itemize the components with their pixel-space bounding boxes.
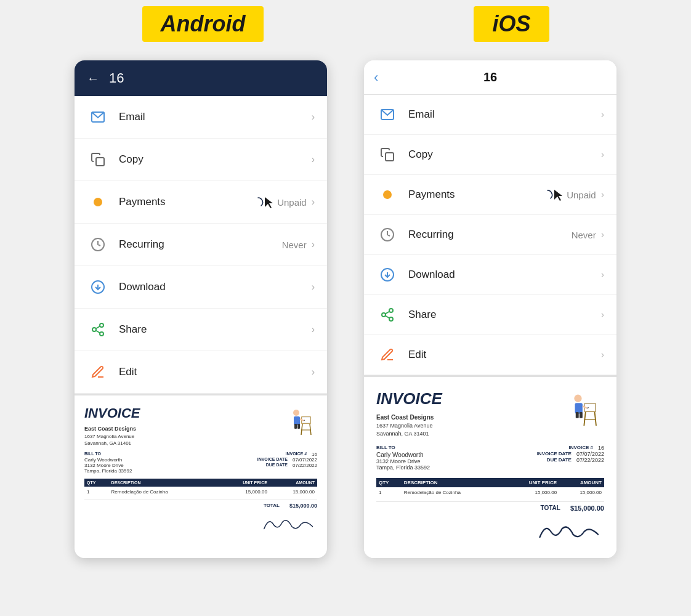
svg-point-8 bbox=[100, 332, 103, 336]
android-screen-title: 16 bbox=[109, 70, 124, 86]
col-qty: QTY bbox=[84, 479, 109, 487]
android-signature bbox=[84, 515, 317, 537]
android-invoice-preview: INVOICE East Coast Designs 1637 Magnolia… bbox=[75, 394, 327, 546]
android-recurring-label: Recurring bbox=[119, 238, 282, 251]
svg-line-34 bbox=[584, 412, 585, 426]
svg-line-31 bbox=[386, 316, 390, 318]
artist-illustration bbox=[289, 405, 317, 437]
payments-icon bbox=[87, 191, 109, 213]
ios-email-chevron: › bbox=[601, 109, 604, 120]
svg-line-32 bbox=[386, 312, 390, 314]
ios-copy-chevron: › bbox=[601, 149, 604, 160]
ios-badge: iOS bbox=[474, 6, 549, 42]
ios-edit-label: Edit bbox=[408, 349, 601, 361]
ios-invoice-preview: INVOICE East Coast Designs 1637 Magnolia… bbox=[364, 375, 616, 558]
android-payments-chevron: › bbox=[312, 197, 315, 208]
android-email-chevron: › bbox=[312, 111, 315, 123]
svg-point-28 bbox=[389, 309, 393, 312]
svg-rect-39 bbox=[575, 403, 583, 413]
svg-point-38 bbox=[574, 395, 581, 402]
svg-rect-23 bbox=[386, 153, 394, 161]
android-email-label: Email bbox=[119, 111, 312, 123]
table-row: 1 Remodelação de Cozinha 15,000.00 15,00… bbox=[84, 487, 317, 497]
android-edit-chevron: › bbox=[312, 367, 315, 378]
ios-menu-share[interactable]: Share › bbox=[364, 295, 616, 335]
ios-menu-payments[interactable]: Payments Unpaid › bbox=[364, 175, 616, 215]
android-invoice-company: East Coast Designs 1637 Magnolia Avenue … bbox=[84, 425, 140, 447]
ios-invoice-total: TOTAL $15,000.00 bbox=[376, 501, 604, 512]
share-icon bbox=[376, 304, 398, 326]
col-qty: QTY bbox=[376, 478, 402, 487]
platform-headers: Android iOS bbox=[0, 0, 691, 48]
android-payments-label: Payments bbox=[119, 196, 253, 208]
android-back-button[interactable]: ← bbox=[87, 71, 99, 86]
recurring-icon bbox=[87, 233, 109, 256]
android-menu-payments[interactable]: Payments Unpaid › bbox=[75, 181, 327, 224]
col-description: DESCRIPTION bbox=[402, 478, 504, 487]
spinner-icon bbox=[253, 197, 264, 208]
android-invoice-table: QTY DESCRIPTION UNIT PRICE AMOUNT 1 Remo… bbox=[84, 479, 317, 497]
recurring-icon bbox=[376, 224, 398, 246]
email-icon bbox=[87, 106, 109, 128]
copy-icon bbox=[87, 148, 109, 171]
download-icon bbox=[87, 276, 109, 298]
ios-header: ‹ 16 bbox=[364, 60, 616, 95]
android-header: ← 16 bbox=[75, 60, 327, 96]
ios-share-label: Share bbox=[408, 309, 601, 321]
ios-signature bbox=[376, 521, 604, 546]
svg-line-35 bbox=[595, 412, 596, 426]
svg-point-7 bbox=[92, 328, 96, 331]
phones-container: ← 16 Email › bbox=[0, 48, 691, 570]
svg-marker-2 bbox=[265, 197, 273, 208]
ios-invoice-title: INVOICE bbox=[376, 389, 442, 408]
android-menu-edit[interactable]: Edit › bbox=[75, 351, 327, 394]
svg-point-6 bbox=[100, 323, 103, 327]
col-description: DESCRIPTION bbox=[109, 479, 218, 487]
ios-back-button[interactable]: ‹ bbox=[374, 70, 378, 86]
ios-menu-email[interactable]: Email › bbox=[364, 95, 616, 135]
ios-payments-chevron: › bbox=[601, 189, 604, 200]
android-menu-download[interactable]: Download › bbox=[75, 266, 327, 309]
svg-line-12 bbox=[301, 424, 302, 435]
android-menu-recurring[interactable]: Recurring Never › bbox=[75, 224, 327, 266]
android-edit-label: Edit bbox=[119, 366, 312, 378]
android-download-chevron: › bbox=[312, 282, 315, 293]
svg-rect-17 bbox=[294, 416, 300, 425]
svg-rect-21 bbox=[297, 424, 300, 429]
android-menu-copy[interactable]: Copy › bbox=[75, 139, 327, 181]
share-icon bbox=[87, 318, 109, 341]
ios-menu-copy[interactable]: Copy › bbox=[364, 135, 616, 175]
android-menu-email[interactable]: Email › bbox=[75, 96, 327, 139]
ios-menu-list: Email › Copy › Payments bbox=[364, 95, 616, 375]
svg-rect-1 bbox=[96, 158, 104, 166]
android-download-label: Download bbox=[119, 281, 312, 293]
ios-phone: ‹ 16 Email › bbox=[364, 60, 616, 558]
ios-menu-edit[interactable]: Edit › bbox=[364, 335, 616, 375]
android-invoice-title: INVOICE bbox=[84, 405, 140, 421]
ios-download-label: Download bbox=[408, 269, 601, 281]
svg-marker-24 bbox=[554, 190, 562, 201]
ios-menu-recurring[interactable]: Recurring Never › bbox=[364, 215, 616, 255]
ios-payments-value: Unpaid bbox=[567, 190, 596, 200]
spinner-icon bbox=[542, 189, 553, 200]
download-icon bbox=[376, 264, 398, 286]
svg-line-13 bbox=[310, 424, 311, 435]
ios-payments-label: Payments bbox=[408, 188, 542, 201]
copy-icon bbox=[376, 144, 398, 166]
svg-line-9 bbox=[96, 331, 100, 333]
ios-recurring-value: Never bbox=[572, 230, 596, 240]
svg-line-10 bbox=[96, 326, 100, 329]
payments-icon bbox=[376, 184, 398, 206]
android-share-chevron: › bbox=[312, 324, 315, 335]
ios-share-chevron: › bbox=[601, 309, 604, 320]
ios-copy-label: Copy bbox=[408, 148, 601, 161]
col-amount: AMOUNT bbox=[559, 478, 604, 487]
android-copy-label: Copy bbox=[119, 153, 312, 166]
ios-invoice-table: QTY DESCRIPTION UNIT PRICE AMOUNT 1 Remo… bbox=[376, 478, 604, 498]
android-menu-share[interactable]: Share › bbox=[75, 309, 327, 351]
svg-rect-20 bbox=[294, 424, 297, 429]
svg-point-29 bbox=[382, 313, 386, 317]
android-badge: Android bbox=[142, 6, 264, 42]
ios-menu-download[interactable]: Download › bbox=[364, 255, 616, 295]
col-unit-price: UNIT PRICE bbox=[504, 478, 559, 487]
